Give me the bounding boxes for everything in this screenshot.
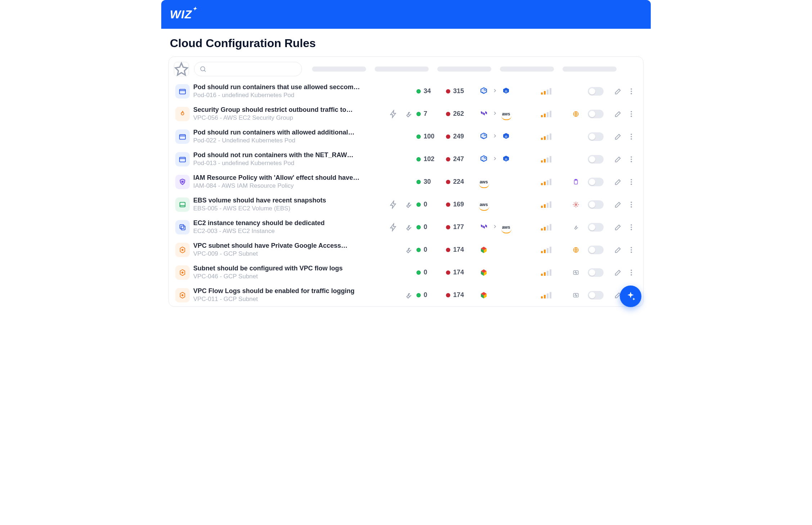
aws-icon: aws	[479, 177, 488, 187]
k8s-refresh-icon	[479, 155, 488, 164]
filter-placeholders	[312, 67, 638, 72]
svg-point-19	[631, 161, 632, 162]
iam-icon	[175, 175, 190, 189]
pass-count: 0	[416, 223, 445, 231]
enable-toggle[interactable]	[588, 223, 604, 232]
rule-subtitle: VPC-009 - GCP Subnet	[193, 250, 382, 257]
rule-text: Subnet should be configured with VPC flo…	[193, 265, 385, 280]
svg-point-40	[631, 251, 632, 253]
assistant-fab[interactable]	[620, 286, 641, 307]
favorite-button[interactable]	[174, 62, 189, 76]
filter-pill[interactable]	[375, 67, 429, 72]
rule-row[interactable]: Subnet should be configured with VPC flo…	[174, 261, 638, 284]
svg-point-18	[631, 159, 632, 160]
edit-button[interactable]	[611, 223, 625, 231]
rule-title: Pod should run containers that use allow…	[193, 83, 382, 91]
more-button[interactable]	[626, 269, 637, 277]
enable-toggle[interactable]	[588, 291, 604, 300]
filter-pill[interactable]	[437, 67, 491, 72]
svg-point-27	[575, 204, 577, 205]
enable-toggle[interactable]	[588, 110, 604, 118]
svg-rect-10	[180, 134, 186, 139]
severity-bars	[541, 133, 570, 140]
rule-subtitle: Pod-016 - undefined Kubernetes Pod	[193, 92, 382, 99]
rule-row[interactable]: Pod should run containers with allowed a…	[174, 125, 638, 148]
more-button[interactable]	[626, 246, 637, 254]
aws-icon: aws	[501, 109, 511, 119]
search-input[interactable]	[207, 66, 297, 72]
enable-toggle[interactable]	[588, 178, 604, 186]
svg-point-5	[631, 93, 632, 94]
svg-rect-26	[180, 202, 185, 207]
wrench-icon	[401, 110, 416, 118]
severity-bars	[541, 292, 570, 298]
rule-row[interactable]: Pod should run containers that use allow…	[174, 80, 638, 102]
rule-row[interactable]: EC2 instance tenancy should be dedicated…	[174, 216, 638, 238]
provider-chain: aws	[479, 177, 540, 187]
fail-count: 174	[446, 291, 478, 299]
more-button[interactable]	[626, 133, 637, 141]
k8s-icon	[501, 155, 511, 164]
terraform-icon	[479, 223, 488, 232]
enable-toggle[interactable]	[588, 246, 604, 254]
rule-row[interactable]: VPC subnet should have Private Google Ac…	[174, 238, 638, 261]
edit-button[interactable]	[611, 110, 625, 118]
more-button[interactable]	[626, 223, 637, 231]
enable-toggle[interactable]	[588, 155, 604, 164]
edit-button[interactable]	[611, 87, 625, 95]
rule-title: Pod should run containers with allowed a…	[193, 129, 382, 136]
chevron-right-icon	[492, 156, 498, 163]
search-input-wrapper[interactable]	[194, 62, 302, 76]
rule-text: Pod should run containers with allowed a…	[193, 129, 385, 144]
rule-row[interactable]: VPC Flow Logs should be enabled for traf…	[174, 284, 638, 306]
sparkle-icon: ✦	[193, 6, 197, 12]
more-button[interactable]	[626, 110, 637, 118]
volume-icon	[175, 197, 190, 212]
rule-row[interactable]: IAM Resource Policy with 'Allow' effect …	[174, 170, 638, 193]
enable-toggle[interactable]	[588, 200, 604, 209]
svg-point-39	[631, 249, 632, 251]
edit-button[interactable]	[611, 201, 625, 209]
edit-button[interactable]	[611, 246, 625, 254]
enable-toggle[interactable]	[588, 87, 604, 96]
edit-button[interactable]	[611, 155, 625, 163]
k8s-icon	[501, 132, 511, 141]
edit-button[interactable]	[611, 133, 625, 141]
toolbar	[174, 62, 638, 76]
rule-title: EC2 instance tenancy should be dedicated	[193, 219, 382, 227]
svg-point-44	[631, 272, 632, 273]
fail-count: 169	[446, 201, 478, 208]
svg-point-0	[200, 67, 205, 71]
app-header: WIZ ✦	[161, 0, 651, 29]
more-button[interactable]	[626, 155, 637, 163]
bolt-icon	[386, 223, 401, 232]
filter-pill[interactable]	[563, 67, 617, 72]
enable-toggle[interactable]	[588, 132, 604, 141]
severity-bars	[541, 224, 570, 230]
k8s-refresh-icon	[479, 87, 488, 96]
more-button[interactable]	[626, 87, 637, 95]
filter-pill[interactable]	[500, 67, 554, 72]
svg-point-36	[182, 249, 183, 251]
svg-point-38	[631, 247, 632, 248]
rule-row[interactable]: Pod should not run containers with the N…	[174, 148, 638, 170]
enable-toggle[interactable]	[588, 268, 604, 277]
severity-bars	[541, 269, 570, 276]
severity-bars	[541, 111, 570, 117]
more-button[interactable]	[626, 178, 637, 186]
rule-subtitle: Pod-013 - undefined Kubernetes Pod	[193, 160, 382, 167]
pass-count: 0	[416, 291, 445, 299]
container-icon	[175, 129, 190, 144]
rule-row[interactable]: Security Group should restrict outbound …	[174, 102, 638, 125]
category-badge	[570, 267, 587, 278]
category-badge	[570, 290, 587, 301]
more-button[interactable]	[626, 201, 637, 209]
svg-point-29	[631, 204, 632, 205]
subnet-icon	[175, 265, 190, 280]
edit-button[interactable]	[611, 178, 625, 186]
filter-pill[interactable]	[312, 67, 366, 72]
svg-rect-20	[181, 181, 184, 183]
edit-button[interactable]	[611, 269, 625, 277]
rule-row[interactable]: EBS volume should have recent snapshots …	[174, 193, 638, 216]
svg-point-43	[631, 269, 632, 271]
